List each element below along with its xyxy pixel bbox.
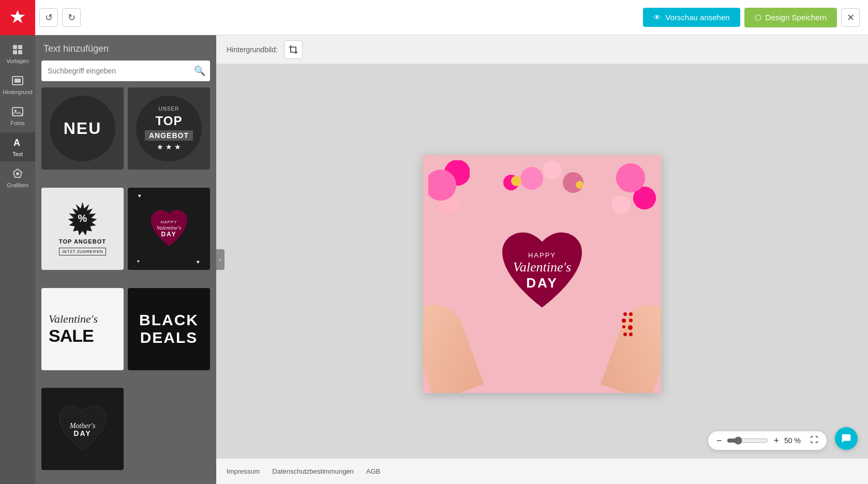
vsale-content: Valentine's SALE (41, 288, 124, 370)
search-button[interactable]: 🔍 (189, 61, 210, 81)
text-card-top-angebot[interactable]: UNSER TOP ANGEBOT ★ ★ ★ (128, 87, 210, 170)
svg-rect-1 (18, 45, 22, 49)
search-input[interactable] (41, 62, 189, 80)
neu-text: NEU (64, 119, 102, 138)
neu-circle: NEU (50, 96, 115, 161)
black-bottom-text: DEALS (140, 329, 198, 346)
crop-icon (288, 44, 298, 55)
stars: ★ ★ ★ (157, 143, 181, 151)
canvas-area: Hintergrundbild: (216, 35, 868, 484)
design-canvas[interactable]: HAPPY Valentine's DAY (423, 155, 661, 393)
search-icon: 🔍 (194, 65, 205, 77)
main-content: Vorlagen Hintergrund Fotos A Text Grafik… (0, 35, 868, 484)
percent-text: % (78, 213, 87, 224)
zoom-expand-button[interactable] (810, 435, 818, 446)
sidebar-item-grafiken[interactable]: Grafiken (0, 163, 35, 192)
percent-subtitle: JETZT ZUGREIFEN (59, 248, 107, 255)
eye-icon: 👁 (653, 13, 661, 22)
text-icon: A (11, 137, 24, 149)
big-heart-day: DAY (513, 276, 571, 292)
close-icon: ✕ (847, 12, 855, 23)
redo-icon: ↻ (68, 12, 76, 23)
sidebar-item-vorlagen[interactable]: Vorlagen (0, 39, 35, 68)
text-panel: Text hinzufügen 🔍 NEU UNSER TOP ANGEBOT (35, 35, 216, 484)
canvas-scroll[interactable]: HAPPY Valentine's DAY (216, 64, 868, 484)
big-heart-vals: Valentine's (513, 259, 571, 275)
save-icon: ⬡ (755, 13, 761, 22)
sidebar-item-hintergrund[interactable]: Hintergrund (0, 70, 35, 99)
redo-button[interactable]: ↻ (62, 8, 81, 27)
top-bar: ↺ ↻ 👁 Vorschau ansehen ⬡ Design Speicher… (0, 0, 868, 35)
sidebar-item-text[interactable]: A Text (0, 132, 35, 161)
text-card-neu[interactable]: NEU (41, 87, 124, 170)
logo (0, 0, 35, 35)
chat-icon (841, 433, 852, 444)
expand-icon (810, 435, 818, 444)
text-card-mothers-day[interactable]: Mother's DAY (41, 388, 124, 470)
percent-title: TOP ANGEBOT (59, 238, 106, 245)
text-cards-grid: NEU UNSER TOP ANGEBOT ★ ★ ★ % TOP AN (35, 87, 216, 484)
crop-button[interactable] (284, 40, 303, 59)
vsale-bottom-text: SALE (49, 326, 94, 346)
impressum-link[interactable]: Impressum (227, 467, 260, 475)
search-bar: 🔍 (41, 61, 210, 81)
sidebar-item-label: Grafiken (7, 182, 28, 188)
svg-text:A: A (13, 138, 20, 148)
minus-icon: − (716, 435, 722, 446)
photo-icon (11, 105, 24, 118)
collapse-panel-button[interactable]: ‹ (216, 249, 225, 270)
panel-title: Text hinzufügen (35, 35, 216, 61)
zoom-minus-button[interactable]: − (716, 436, 722, 445)
sidebar-item-label: Hintergrund (3, 89, 32, 95)
save-button[interactable]: ⬡ Design Speichern (744, 8, 837, 27)
svg-point-10 (16, 172, 19, 175)
big-heart-container: HAPPY Valentine's DAY (493, 228, 591, 317)
graphics-icon (11, 168, 24, 180)
sidebar-item-label: Vorlagen (6, 58, 28, 64)
val-happy: HAPPY (157, 220, 182, 224)
text-card-percent[interactable]: % TOP ANGEBOT JETZT ZUGREIFEN (41, 188, 124, 270)
svg-rect-2 (13, 50, 17, 54)
black-top-text: BLACK (139, 311, 199, 329)
plus-icon: + (773, 435, 779, 446)
chat-button[interactable] (835, 427, 858, 450)
svg-rect-0 (13, 45, 17, 49)
sidebar-item-label: Text (12, 151, 23, 157)
top-angebot-circle: UNSER TOP ANGEBOT ★ ★ ★ (136, 96, 202, 161)
zoom-value: 50 % (784, 436, 805, 445)
sidebar-item-label: Fotos (10, 120, 25, 126)
preview-button[interactable]: 👁 Vorschau ansehen (643, 8, 740, 27)
starburst: % (66, 202, 99, 235)
red-dots (622, 312, 633, 336)
vsale-top-text: Valentine's (49, 312, 98, 326)
close-button[interactable]: ✕ (841, 8, 860, 27)
sidebar-item-fotos[interactable]: Fotos (0, 101, 35, 130)
logo-icon (8, 8, 27, 27)
svg-rect-3 (18, 50, 22, 54)
text-card-black-deals[interactable]: BLACK DEALS (128, 288, 210, 370)
text-card-valentine-heart[interactable]: HAPPY Valentine's DAY ♥ ♥ ♥ (128, 188, 210, 270)
text-card-vsale[interactable]: Valentine's SALE (41, 288, 124, 370)
svg-rect-5 (14, 79, 21, 83)
top-text: TOP (156, 114, 183, 128)
undo-icon: ↺ (45, 12, 53, 23)
unser-text: UNSER (158, 106, 179, 112)
bottom-bar: Impressum Datenschutzbestimmungen AGB (216, 458, 868, 484)
mothers-day: DAY (70, 429, 96, 437)
sidebar-icons: Vorlagen Hintergrund Fotos A Text Grafik… (0, 35, 35, 484)
big-heart-happy: HAPPY (513, 251, 571, 259)
datenschutz-link[interactable]: Datenschutzbestimmungen (272, 467, 354, 475)
undo-button[interactable]: ↺ (39, 8, 58, 27)
agb-link[interactable]: AGB (366, 467, 380, 475)
template-icon (11, 43, 24, 56)
zoom-plus-button[interactable]: + (773, 436, 779, 445)
val-day: DAY (157, 231, 182, 238)
angebot-text: ANGEBOT (145, 130, 193, 141)
black-deals-content: BLACK DEALS (128, 288, 210, 370)
zoom-slider[interactable] (727, 436, 768, 445)
zoom-control: − + 50 % (708, 431, 827, 450)
background-image-label: Hintergrundbild: (227, 46, 278, 54)
canvas-toolbar: Hintergrundbild: (216, 35, 868, 64)
background-icon (11, 74, 24, 87)
val-vals: Valentine's (157, 224, 182, 231)
